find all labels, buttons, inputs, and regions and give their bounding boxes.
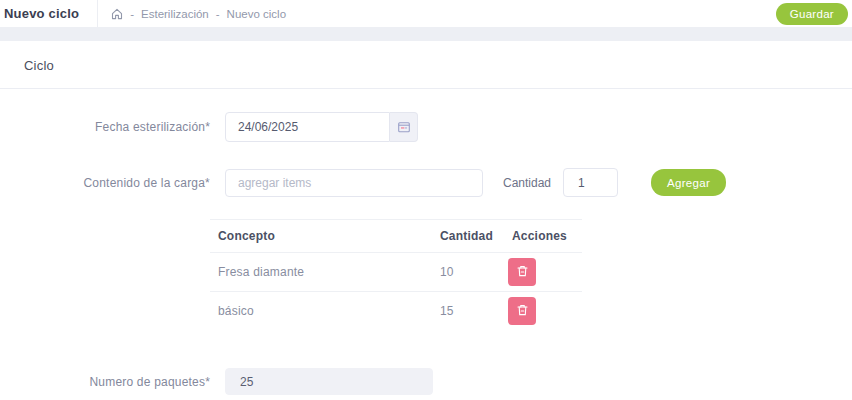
- trash-icon: [517, 265, 528, 280]
- fecha-label: Fecha esterilización*: [0, 120, 210, 134]
- trash-icon: [517, 304, 528, 319]
- topbar: Nuevo ciclo - Esterilización - Nuevo cic…: [0, 0, 852, 27]
- fecha-input-group: [225, 112, 418, 142]
- delete-item-button[interactable]: [508, 258, 536, 286]
- add-item-button[interactable]: Agregar: [651, 169, 726, 196]
- ciclo-card: Ciclo Fecha esterilización* Contenido de…: [0, 41, 852, 400]
- breadcrumb-item-esterilizacion[interactable]: Esterilización: [141, 8, 209, 20]
- items-table: Concepto Cantidad Acciones Fresa diamant…: [210, 219, 582, 330]
- card-title: Ciclo: [0, 41, 852, 89]
- breadcrumb-separator: -: [130, 8, 134, 20]
- calendar-icon[interactable]: [390, 112, 418, 142]
- paquetes-label: Numero de paquetes*: [0, 375, 210, 389]
- fecha-input[interactable]: [225, 112, 390, 142]
- breadcrumb-separator: -: [216, 8, 220, 20]
- save-button[interactable]: Guardar: [776, 3, 848, 25]
- cantidad-input[interactable]: [563, 168, 618, 197]
- cell-cantidad: 10: [432, 253, 504, 292]
- header-cantidad: Cantidad: [432, 220, 504, 253]
- table-row: básico 15: [210, 292, 582, 331]
- cell-concepto: básico: [210, 292, 432, 331]
- breadcrumb-item-current: Nuevo ciclo: [227, 8, 286, 20]
- contenido-row: Contenido de la carga* Cantidad Agregar: [0, 168, 852, 197]
- delete-item-button[interactable]: [508, 297, 536, 325]
- cantidad-label: Cantidad: [503, 176, 551, 190]
- breadcrumb: - Esterilización - Nuevo ciclo: [111, 8, 286, 20]
- cell-cantidad: 15: [432, 292, 504, 331]
- topbar-divider: [97, 0, 98, 27]
- table-header-row: Concepto Cantidad Acciones: [210, 220, 582, 253]
- ciclo-form: Fecha esterilización* Contenido de la ca…: [0, 89, 852, 395]
- header-acciones: Acciones: [504, 220, 582, 253]
- cell-concepto: Fresa diamante: [210, 253, 432, 292]
- contenido-input[interactable]: [225, 169, 483, 197]
- header-concepto: Concepto: [210, 220, 432, 253]
- home-icon[interactable]: [111, 8, 123, 20]
- page-title: Nuevo ciclo: [4, 6, 79, 21]
- table-row: Fresa diamante 10: [210, 253, 582, 292]
- paquetes-input[interactable]: [225, 368, 433, 395]
- paquetes-row: Numero de paquetes*: [0, 368, 852, 395]
- contenido-label: Contenido de la carga*: [0, 176, 210, 190]
- fecha-row: Fecha esterilización*: [0, 112, 852, 142]
